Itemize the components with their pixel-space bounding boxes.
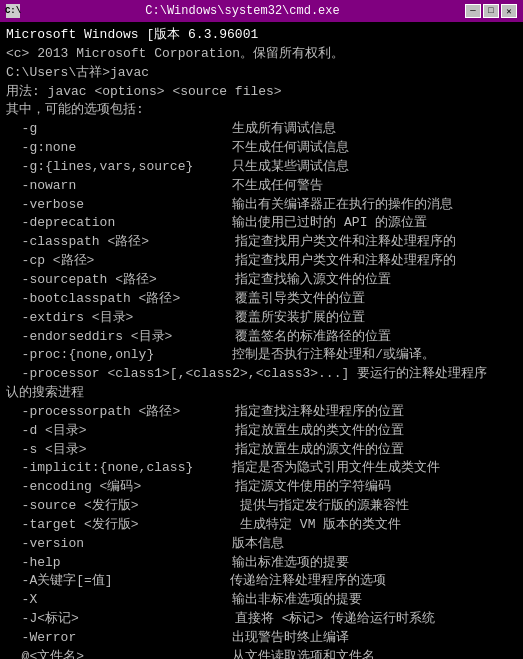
terminal-line: -processor <class1>[,<class2>,<class3>..… [6,365,517,384]
title-bar[interactable]: C:\ C:\Windows\system32\cmd.exe ─ □ ✕ [0,0,523,22]
window-controls[interactable]: ─ □ ✕ [465,4,517,18]
terminal-line: -deprecation 输出使用已过时的 API 的源位置 [6,214,517,233]
terminal-line: -A关键字[=值] 传递给注释处理程序的选项 [6,572,517,591]
terminal-line: -g:none 不生成任何调试信息 [6,139,517,158]
terminal-line: -g:{lines,vars,source} 只生成某些调试信息 [6,158,517,177]
terminal-line: <c> 2013 Microsoft Corporation。保留所有权利。 [6,45,517,64]
terminal-line: C:\Users\古祥>javac [6,64,517,83]
terminal-line: Microsoft Windows [版本 6.3.96001 [6,26,517,45]
terminal-line: @<文件名> 从文件读取选项和文件名 [6,648,517,659]
terminal-line: -nowarn 不生成任何警告 [6,177,517,196]
terminal-line: -Werror 出现警告时终止编译 [6,629,517,648]
terminal-line: -endorseddirs <目录> 覆盖签名的标准路径的位置 [6,328,517,347]
terminal-line: -proc:{none,only} 控制是否执行注释处理和/或编译。 [6,346,517,365]
terminal-line: -s <目录> 指定放置生成的源文件的位置 [6,441,517,460]
terminal-line: -bootclasspath <路径> 覆盖引导类文件的位置 [6,290,517,309]
terminal-line: 用法: javac <options> <source files> [6,83,517,102]
terminal-line: -target <发行版> 生成特定 VM 版本的类文件 [6,516,517,535]
title-bar-left: C:\ [6,4,20,18]
terminal-output: Microsoft Windows [版本 6.3.96001<c> 2013 … [0,22,523,659]
terminal-line: -d <目录> 指定放置生成的类文件的位置 [6,422,517,441]
terminal-line: -classpath <路径> 指定查找用户类文件和注释处理程序的 [6,233,517,252]
minimize-button[interactable]: ─ [465,4,481,18]
terminal-line: -g 生成所有调试信息 [6,120,517,139]
terminal-line: -version 版本信息 [6,535,517,554]
terminal-line: -extdirs <目录> 覆盖所安装扩展的位置 [6,309,517,328]
close-button[interactable]: ✕ [501,4,517,18]
terminal-line: -encoding <编码> 指定源文件使用的字符编码 [6,478,517,497]
terminal-line: -cp <路径> 指定查找用户类文件和注释处理程序的 [6,252,517,271]
terminal-line: 认的搜索进程 [6,384,517,403]
terminal-line: -source <发行版> 提供与指定发行版的源兼容性 [6,497,517,516]
terminal-line: 其中，可能的选项包括: [6,101,517,120]
window-title: C:\Windows\system32\cmd.exe [20,4,465,18]
terminal-line: -X 输出非标准选项的提要 [6,591,517,610]
terminal-line: -J<标记> 直接将 <标记> 传递给运行时系统 [6,610,517,629]
terminal-line: -verbose 输出有关编译器正在执行的操作的消息 [6,196,517,215]
maximize-button[interactable]: □ [483,4,499,18]
terminal-line: -help 输出标准选项的提要 [6,554,517,573]
terminal-line: -processorpath <路径> 指定查找注释处理程序的位置 [6,403,517,422]
cmd-icon: C:\ [6,4,20,18]
terminal-line: -implicit:{none,class} 指定是否为隐式引用文件生成类文件 [6,459,517,478]
terminal-line: -sourcepath <路径> 指定查找输入源文件的位置 [6,271,517,290]
